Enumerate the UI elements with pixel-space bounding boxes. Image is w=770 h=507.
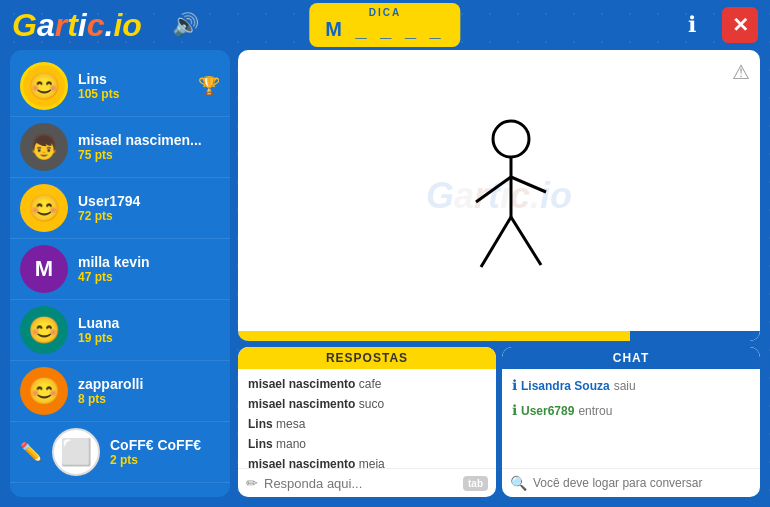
search-icon: 🔍: [510, 475, 527, 491]
list-item: Lins mesa: [248, 415, 486, 433]
player-name: User1794: [78, 193, 220, 209]
player-pts: 75 pts: [78, 148, 220, 162]
right-area: ⚠ Gartic.io: [238, 50, 760, 497]
logo: Gartic.io: [12, 9, 142, 41]
info-button[interactable]: ℹ: [676, 9, 708, 41]
avatar: 😊: [20, 367, 68, 415]
bottom-panels: RESPOSTAS misael nascimento cafe misael …: [238, 347, 760, 497]
player-name: Lins: [78, 71, 188, 87]
responses-panel: RESPOSTAS misael nascimento cafe misael …: [238, 347, 496, 497]
player-pts: 8 pts: [78, 392, 220, 406]
list-item: ℹ Lisandra Souza saiu: [512, 375, 750, 396]
chat-header: CHAT: [502, 347, 760, 369]
player-item: 👦 misael nascimen... 75 pts: [10, 117, 230, 178]
player-name: Luana: [78, 315, 220, 331]
stick-figure: [451, 117, 571, 301]
tab-badge: tab: [463, 476, 488, 491]
svg-line-3: [511, 177, 546, 192]
trophy-icon: 🏆: [198, 75, 220, 97]
speaker-button[interactable]: 🔊: [172, 12, 199, 38]
close-button[interactable]: ✕: [722, 7, 758, 43]
svg-line-5: [511, 217, 541, 265]
list-item: misael nascimento suco: [248, 395, 486, 413]
player-name: misael nascimen...: [78, 132, 220, 148]
svg-line-4: [481, 217, 511, 267]
info-icon: ℹ: [512, 375, 517, 396]
player-pts: 72 pts: [78, 209, 220, 223]
avatar: 😊: [20, 62, 68, 110]
avatar: 👦: [20, 123, 68, 171]
svg-point-0: [493, 121, 529, 157]
player-pts: 105 pts: [78, 87, 188, 101]
responses-list: misael nascimento cafe misael nascimento…: [238, 369, 496, 468]
chat-input-area: 🔍: [502, 468, 760, 497]
avatar: M: [20, 245, 68, 293]
info-icon: ℹ: [512, 400, 517, 421]
list-item: misael nascimento cafe: [248, 375, 486, 393]
pencil-input-icon: ✏: [246, 475, 258, 491]
pencil-icon: ✏️: [20, 441, 42, 463]
dica-label: DICA: [325, 7, 444, 18]
list-item: Lins mano: [248, 435, 486, 453]
chat-input[interactable]: [533, 476, 752, 490]
player-name: zapparolli: [78, 376, 220, 392]
player-name: CoFF€ CoFF€: [110, 437, 220, 453]
main-content: 😊 Lins 105 pts 🏆 👦 misael nascimen... 75…: [0, 50, 770, 507]
responses-header: RESPOSTAS: [238, 347, 496, 369]
player-item: ✏️ ⬜ CoFF€ CoFF€ 2 pts: [10, 422, 230, 483]
warning-icon: ⚠: [732, 60, 750, 84]
player-item: 😊 User1794 72 pts: [10, 178, 230, 239]
avatar: 😊: [20, 184, 68, 232]
player-pts: 47 pts: [78, 270, 220, 284]
player-item: 😊 Luana 19 pts: [10, 300, 230, 361]
list-item: misael nascimento meia: [248, 455, 486, 468]
player-item: 😊 zapparolli 8 pts: [10, 361, 230, 422]
response-input-area: ✏ tab: [238, 468, 496, 497]
svg-line-2: [476, 177, 511, 202]
progress-bar: [238, 331, 760, 341]
canvas-area: ⚠ Gartic.io: [238, 50, 760, 341]
chat-messages: ℹ Lisandra Souza saiu ℹ User6789 entrou: [502, 369, 760, 468]
top-right-buttons: ℹ ✕: [676, 7, 758, 43]
top-bar: Gartic.io 🔊 DICA M _ _ _ _ ℹ ✕: [0, 0, 770, 50]
response-input[interactable]: [264, 476, 457, 491]
avatar: ⬜: [52, 428, 100, 476]
dica-box: DICA M _ _ _ _: [309, 3, 460, 47]
list-item: ℹ User6789 entrou: [512, 400, 750, 421]
players-panel: 😊 Lins 105 pts 🏆 👦 misael nascimen... 75…: [10, 50, 230, 497]
progress-bar-fill: [238, 331, 630, 341]
player-name: milla kevin: [78, 254, 220, 270]
player-pts: 2 pts: [110, 453, 220, 467]
player-item: M milla kevin 47 pts: [10, 239, 230, 300]
avatar: 😊: [20, 306, 68, 354]
dica-word: M _ _ _ _: [325, 18, 444, 41]
player-item: 😊 Lins 105 pts 🏆: [10, 56, 230, 117]
player-pts: 19 pts: [78, 331, 220, 345]
chat-panel: CHAT ℹ Lisandra Souza saiu ℹ User6789 en…: [502, 347, 760, 497]
